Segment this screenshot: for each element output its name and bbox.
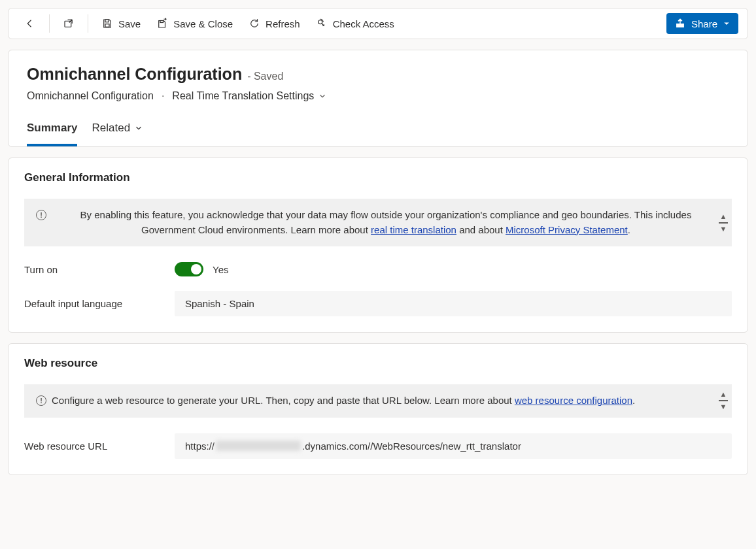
save-label: Save [118,18,141,29]
section-title: General Information [24,171,732,184]
field-web-resource-url: Web resource URL https:// .dynamics.com/… [24,433,732,459]
command-bar: Save Save & Close Refresh Check Access S… [8,8,748,39]
svg-rect-3 [160,21,163,23]
banner-end: . [628,224,630,235]
link-real-time-translation[interactable]: real time translation [371,224,456,235]
svg-rect-2 [105,24,109,27]
check-access-label: Check Access [333,18,394,29]
scroll-down-icon[interactable]: ▼ [720,403,727,410]
redacted-segment [216,441,301,451]
share-icon [674,18,686,29]
record-header: Omnichannel Configuration - Saved Omnich… [8,50,748,147]
save-button[interactable]: Save [95,12,147,35]
turn-on-value: Yes [213,264,228,275]
banner-scroll-nav: ▲ ▼ [719,391,728,410]
field-default-language: Default input language [24,291,732,316]
tab-related-label: Related [92,122,130,135]
breadcrumb-item-2[interactable]: Real Time Translation Settings [172,90,327,102]
separator [88,14,88,33]
separator [49,14,50,33]
scroll-up-icon[interactable]: ▲ [720,391,727,398]
turn-on-toggle[interactable] [175,262,203,276]
back-button[interactable] [18,12,43,35]
save-close-icon [156,18,168,29]
default-language-input[interactable] [175,291,732,316]
check-access-icon [316,18,328,29]
turn-on-label: Turn on [24,264,175,275]
save-icon [101,18,113,29]
section-web-resource: Web resource ! Configure a web resource … [8,343,748,475]
save-close-label: Save & Close [173,18,233,29]
scroll-up-icon[interactable]: ▲ [720,213,727,220]
banner-mid: and about [456,224,506,235]
web-resource-url-label: Web resource URL [24,441,175,452]
breadcrumb-separator: · [162,90,164,102]
tab-related[interactable]: Related [92,116,143,146]
refresh-icon [249,18,260,29]
info-banner-general: ! By enabling this feature, you acknowle… [24,199,732,246]
scroll-bar-icon [719,400,728,401]
share-label: Share [691,18,717,29]
tab-summary-label: Summary [27,122,77,135]
tab-list: Summary Related [27,116,729,146]
back-icon [24,18,36,29]
save-close-button[interactable]: Save & Close [150,12,239,35]
banner-end: . [632,395,635,406]
section-general-information: General Information ! By enabling this f… [8,158,748,333]
tab-summary[interactable]: Summary [27,116,77,146]
check-access-button[interactable]: Check Access [309,12,401,35]
banner-text: By enabling this feature, you acknowledg… [52,208,720,237]
info-icon: ! [36,210,46,220]
svg-point-4 [318,20,322,24]
chevron-down-icon [723,18,730,29]
refresh-button[interactable]: Refresh [242,12,307,35]
banner-text: Configure a web resource to generate you… [52,393,720,408]
link-web-resource-config[interactable]: web resource configuration [515,395,632,406]
section-title: Web resource [24,357,732,370]
scroll-down-icon[interactable]: ▼ [720,225,727,233]
info-banner-webresource: ! Configure a web resource to generate y… [24,384,732,418]
page-title: Omnichannel Configuration [27,65,242,84]
breadcrumb-item-1[interactable]: Omnichannel Configuration [27,90,154,102]
link-privacy-statement[interactable]: Microsoft Privacy Statement [506,224,628,235]
svg-rect-1 [105,20,109,22]
open-new-window-button[interactable] [56,12,81,35]
open-new-window-icon [63,18,75,29]
chevron-down-icon [318,90,327,102]
breadcrumb: Omnichannel Configuration · Real Time Tr… [27,90,729,102]
field-turn-on: Turn on Yes [24,262,732,276]
scroll-bar-icon [719,222,728,224]
refresh-label: Refresh [266,18,300,29]
chevron-down-icon [134,122,143,134]
banner-scroll-nav: ▲ ▼ [719,213,728,233]
default-language-label: Default input language [24,298,175,309]
web-resource-url-input[interactable]: https:// .dynamics.com//WebResources/new… [175,433,732,459]
breadcrumb-item-2-label: Real Time Translation Settings [172,90,314,102]
info-icon: ! [36,395,46,406]
share-button[interactable]: Share [666,13,738,34]
save-state: - Saved [247,71,283,82]
banner-prefix: Configure a web resource to generate you… [52,395,515,406]
url-suffix: .dynamics.com//WebResources/new_rtt_tran… [302,441,521,452]
url-prefix: https:// [185,441,215,452]
